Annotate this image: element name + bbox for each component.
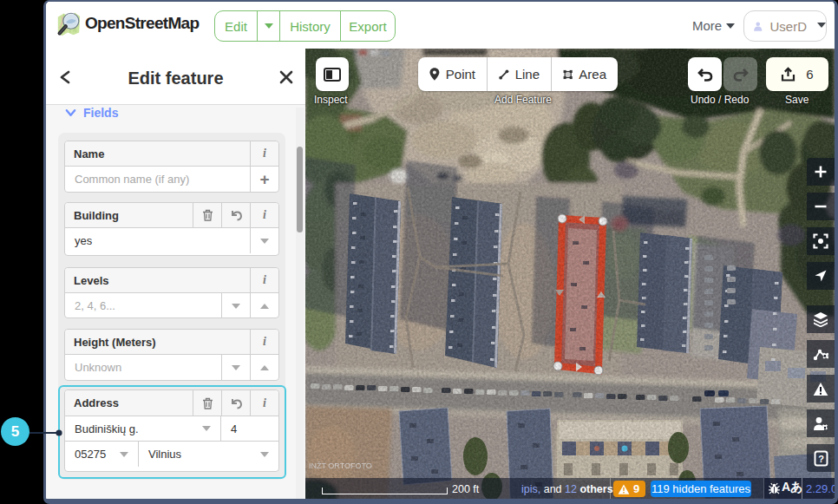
svg-text:?: ? [818,453,824,463]
